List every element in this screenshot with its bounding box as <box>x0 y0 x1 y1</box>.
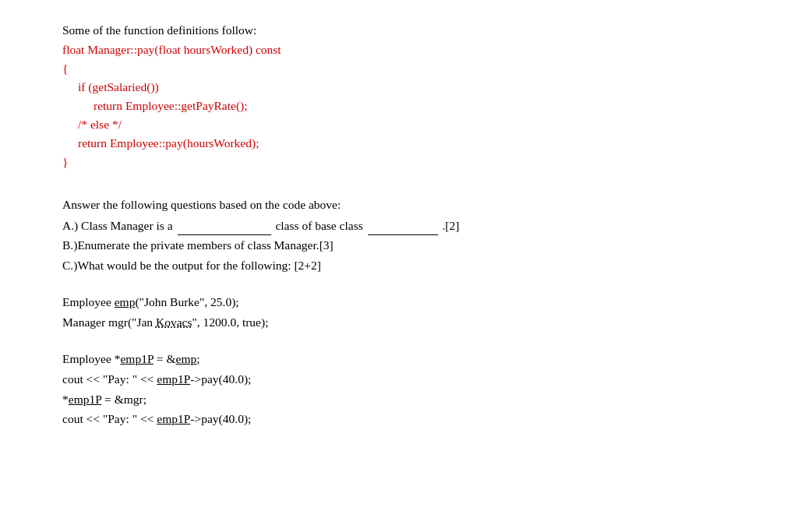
code3-line1: Employee *emp1P = &emp; <box>62 349 733 369</box>
intro-text: Some of the function definitions follow: <box>62 23 733 37</box>
emp1p-underline-4: emp1P <box>157 412 190 425</box>
code-line-2: { <box>62 59 733 78</box>
code-line-4: return Employee::getPayRate(); <box>62 97 733 115</box>
code3-line4: cout << "Pay: " << emp1P->pay(40.0); <box>62 409 733 429</box>
code-line-3: if (getSalaried()) <box>62 78 733 97</box>
code-line-7: } <box>62 153 733 171</box>
question-a: A.) Class Manager is a class of base cla… <box>62 215 733 236</box>
questions-intro: Answer the following questions based on … <box>62 195 733 215</box>
question-b: B.)Enumerate the private members of clas… <box>62 235 733 255</box>
code-section-3: Employee *emp1P = &emp; cout << "Pay: " … <box>62 349 733 428</box>
question-a-suffix: .[2] <box>442 219 459 232</box>
emp1p-underline-2: emp1P <box>157 372 190 386</box>
code2-line1: Employee emp("John Burke", 25.0); <box>62 292 733 312</box>
content-wrapper: Some of the function definitions follow:… <box>62 23 733 429</box>
question-a-middle: class of base class <box>275 219 365 232</box>
question-c: C.)What would be the output for the foll… <box>62 255 733 276</box>
code-section-2: Employee emp("John Burke", 25.0); Manage… <box>62 292 733 332</box>
question-a-blank2 <box>368 215 438 236</box>
emp-underline-1: emp <box>115 295 136 308</box>
kovacs-underline: Kovacs <box>156 315 192 329</box>
emp-ref-underline-1: emp <box>176 352 197 365</box>
questions-section: Answer the following questions based on … <box>62 195 733 275</box>
code3-line2: cout << "Pay: " << emp1P->pay(40.0); <box>62 369 733 389</box>
code-line-1: float Manager::pay(float hoursWorked) co… <box>62 41 733 59</box>
code-block: float Manager::pay(float hoursWorked) co… <box>62 41 733 171</box>
question-a-blank1 <box>178 215 271 236</box>
emp1p-underline-1: emp1P <box>120 352 153 365</box>
code-line-6: return Employee::pay(hoursWorked); <box>62 134 733 153</box>
emp1p-underline-3: emp1P <box>69 393 101 406</box>
question-a-prefix: A.) Class Manager is a <box>62 219 173 232</box>
code2-line2: Manager mgr("Jan Kovacs", 1200.0, true); <box>62 312 733 333</box>
code-line-5: /* else */ <box>62 115 733 134</box>
code3-line3: *emp1P = &mgr; <box>62 389 733 410</box>
